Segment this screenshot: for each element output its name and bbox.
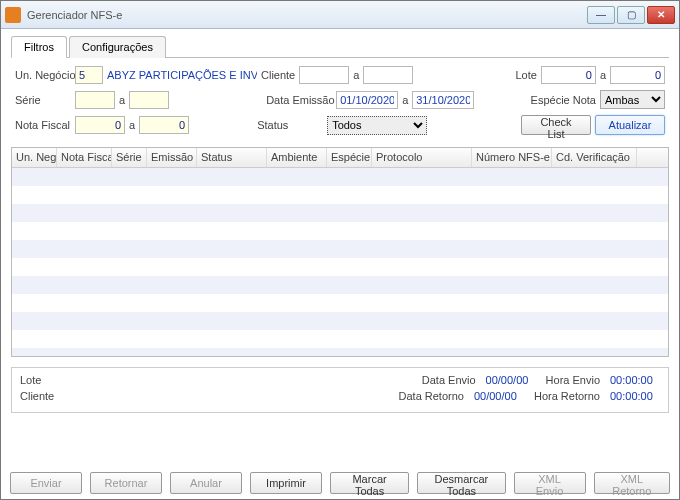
label-cliente: Cliente [261,69,295,81]
tab-strip: Filtros Configurações [11,35,669,58]
label-especie: Espécie Nota [531,94,596,106]
cliente-de-input[interactable] [299,66,349,84]
nf-de-input[interactable] [75,116,125,134]
status-select[interactable]: Todos [327,116,427,135]
status-hora-ret: 00:00:00 [610,390,660,402]
status-data-envio: 00/00/00 [486,374,536,386]
grid-col-header[interactable]: Cd. Verificação [552,148,637,167]
xml-retorno-button[interactable]: XML Retorno [594,472,671,494]
filters-panel: Un. Negócio ABYZ PARTICIPAÇÕES E INVESTI… [11,58,669,147]
status-data-envio-label: Data Envio [422,374,476,386]
window-buttons: — ▢ ✕ [587,6,675,24]
label-lote: Lote [515,69,536,81]
grid-col-header[interactable]: Número NFS-e [472,148,552,167]
status-data-ret: 00/00/00 [474,390,524,402]
anular-button[interactable]: Anular [170,472,242,494]
status-hora-envio-label: Hora Envio [546,374,600,386]
label-un-negocio: Un. Negócio [15,69,71,81]
xml-envio-button[interactable]: XML Envio [514,472,586,494]
data-a-input[interactable] [412,91,474,109]
table-row[interactable] [12,168,668,186]
label-data-emissao: Data Emissão [266,94,332,106]
app-icon [5,7,21,23]
status-lote-label: Lote [20,374,60,386]
data-de-input[interactable] [336,91,398,109]
label-a5: a [129,119,135,131]
table-row[interactable] [12,240,668,258]
minimize-button[interactable]: — [587,6,615,24]
grid-col-header[interactable]: Nota Fiscal [57,148,112,167]
serie-de-input[interactable] [75,91,115,109]
table-row[interactable] [12,222,668,240]
table-row[interactable] [12,312,668,330]
grid-col-header[interactable]: Série [112,148,147,167]
status-hora-envio: 00:00:00 [610,374,660,386]
lote-a-input[interactable] [610,66,665,84]
grid-col-header[interactable]: Protocolo [372,148,472,167]
table-row[interactable] [12,276,668,294]
label-a4: a [402,94,408,106]
table-row[interactable] [12,258,668,276]
bottom-toolbar: Enviar Retornar Anular Imprimir Marcar T… [10,472,670,494]
label-status: Status [257,119,323,131]
table-row[interactable] [12,204,668,222]
retornar-button[interactable]: Retornar [90,472,162,494]
label-a1: a [353,69,359,81]
window-title: Gerenciador NFS-e [27,9,587,21]
titlebar: Gerenciador NFS-e — ▢ ✕ [1,1,679,29]
grid-col-header[interactable]: Ambiente [267,148,327,167]
serie-a-input[interactable] [129,91,169,109]
especie-select[interactable]: Ambas [600,90,665,109]
results-grid: Un. Neg.Nota FiscalSérieEmissãoStatusAmb… [11,147,669,357]
nf-a-input[interactable] [139,116,189,134]
status-data-ret-label: Data Retorno [399,390,464,402]
close-button[interactable]: ✕ [647,6,675,24]
maximize-button[interactable]: ▢ [617,6,645,24]
status-cliente-label: Cliente [20,390,60,402]
table-row[interactable] [12,330,668,348]
table-row[interactable] [12,294,668,312]
grid-col-header[interactable]: Espécie [327,148,372,167]
un-negocio-input[interactable] [75,66,103,84]
grid-body[interactable] [12,168,668,356]
imprimir-button[interactable]: Imprimir [250,472,322,494]
label-nota-fiscal: Nota Fiscal [15,119,71,131]
status-panel: Lote Data Envio 00/00/00 Hora Envio 00:0… [11,367,669,413]
tab-filtros[interactable]: Filtros [11,36,67,58]
grid-header: Un. Neg.Nota FiscalSérieEmissãoStatusAmb… [12,148,668,168]
grid-col-header[interactable]: Status [197,148,267,167]
tab-configuracoes[interactable]: Configurações [69,36,166,58]
table-row[interactable] [12,348,668,356]
label-serie: Série [15,94,71,106]
un-negocio-nome: ABYZ PARTICIPAÇÕES E INVESTI! [107,69,257,81]
marcar-button[interactable]: Marcar Todas [330,472,409,494]
checklist-button[interactable]: Check List [521,115,591,135]
grid-col-header[interactable]: Un. Neg. [12,148,57,167]
grid-col-header[interactable]: Emissão [147,148,197,167]
atualizar-button[interactable]: Atualizar [595,115,665,135]
cliente-a-input[interactable] [363,66,413,84]
status-hora-ret-label: Hora Retorno [534,390,600,402]
label-a2: a [600,69,606,81]
desmarcar-button[interactable]: Desmarcar Todas [417,472,505,494]
table-row[interactable] [12,186,668,204]
enviar-button[interactable]: Enviar [10,472,82,494]
lote-de-input[interactable] [541,66,596,84]
label-a3: a [119,94,125,106]
